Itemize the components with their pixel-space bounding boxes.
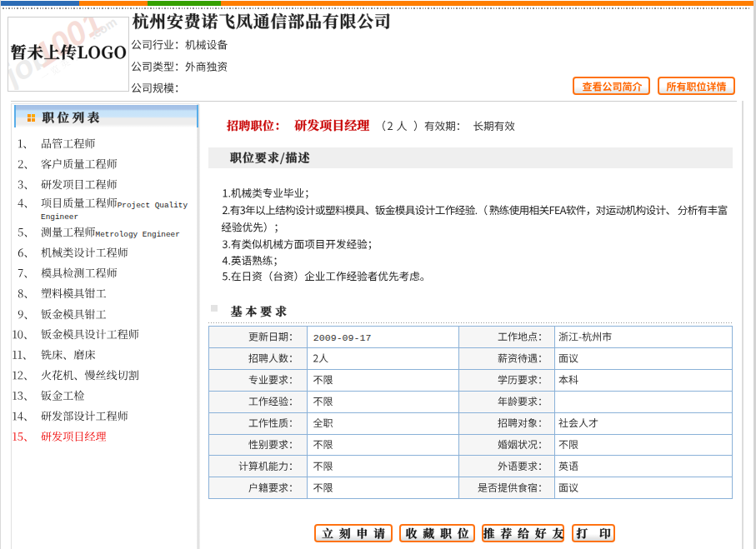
svg-text:2009-09-17: 2009-09-17 bbox=[313, 332, 372, 343]
svg-text:Metrology Engineer: Metrology Engineer bbox=[96, 230, 180, 239]
svg-text:Project Quality: Project Quality bbox=[118, 201, 188, 210]
svg-text:Engineer: Engineer bbox=[41, 212, 78, 222]
